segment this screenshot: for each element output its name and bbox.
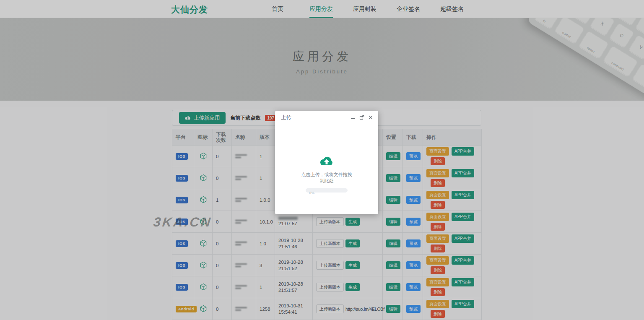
upload-progress-label: 0%: [306, 191, 314, 195]
modal-title: 上传: [281, 114, 291, 121]
minimize-icon[interactable]: [350, 114, 356, 120]
upload-cloud-icon: [319, 156, 334, 167]
close-icon[interactable]: [368, 114, 374, 120]
upload-progress-bar: 0%: [306, 188, 348, 193]
maximize-icon[interactable]: [359, 114, 365, 120]
modal-titlebar: 上传: [275, 111, 378, 124]
dropzone-text: 点击上传，或将文件拖拽 到此处: [275, 172, 378, 184]
upload-modal: 上传 点击上传，或将文件拖拽 到此处 0%: [275, 111, 378, 214]
upload-dropzone[interactable]: 点击上传，或将文件拖拽 到此处 0%: [275, 124, 378, 193]
